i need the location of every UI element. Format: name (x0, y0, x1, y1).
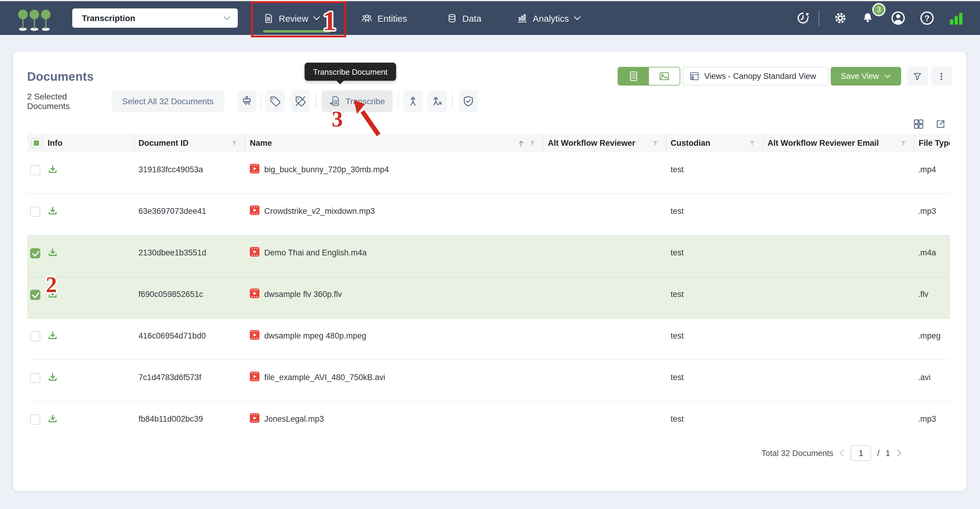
chevron-right-icon (896, 449, 902, 457)
untag-button[interactable] (291, 90, 310, 112)
tab-review[interactable]: Review (263, 1, 320, 35)
filter-button[interactable] (907, 67, 928, 86)
question-mark-icon: ? (919, 10, 935, 26)
table-row[interactable]: 63e3697073dee41 Crowdstrike_v2_mixdown.m… (27, 194, 950, 236)
document-name-cell: dwsample mpeg 480p.mpeg (246, 319, 544, 360)
profile-button[interactable] (890, 1, 906, 35)
document-name-link[interactable]: big_buck_bunny_720p_30mb.mp4 (264, 165, 389, 174)
table-row[interactable]: 7c1d4783d6f573f file_example_AVI_480_750… (27, 360, 950, 402)
file-type: .flv (915, 277, 950, 318)
document-name-link[interactable]: Demo Thai and English.m4a (264, 248, 367, 257)
status-signal-button[interactable] (949, 1, 964, 35)
download-icon[interactable] (47, 372, 58, 383)
document-name-cell: Crowdstrike_v2_mixdown.mp3 (246, 194, 544, 235)
document-name-link[interactable]: Crowdstrike_v2_mixdown.mp3 (264, 207, 375, 215)
project-selector[interactable]: Transcription (72, 8, 238, 28)
alt-workflow-reviewer-email (763, 277, 915, 318)
views-icon (689, 71, 700, 81)
custodian: test (667, 277, 763, 318)
canopy-trees-icon (16, 5, 62, 32)
assignment-button[interactable] (403, 90, 423, 112)
settings-button[interactable] (833, 1, 848, 35)
select-all-button[interactable]: Select All 32 Documents (111, 90, 224, 112)
tab-data[interactable]: Data (447, 1, 481, 35)
column-header-label: Alt Workflow Reviewer (548, 139, 635, 148)
column-filter-icon[interactable] (231, 140, 238, 146)
canopy-logo (16, 5, 62, 32)
save-view-label: Save View (841, 72, 879, 81)
download-icon[interactable] (47, 164, 58, 175)
transcribe-button[interactable]: Transcribe (321, 90, 393, 112)
custodian: test (667, 194, 763, 235)
history-button[interactable] (796, 1, 810, 35)
tab-data-label: Data (462, 13, 481, 23)
alt-workflow-reviewer-email (763, 319, 915, 360)
column-layout-button[interactable] (913, 118, 924, 130)
row-checkbox[interactable] (30, 373, 40, 383)
tag-button[interactable] (266, 90, 285, 112)
table-row[interactable]: fb84b11d002bc39 JonesLegal.mp3 test .mp3 (27, 402, 950, 444)
column-filter-icon[interactable] (749, 140, 756, 146)
views-dropdown[interactable]: Views - Canopy Standard View (682, 67, 828, 86)
clock-history-icon (796, 11, 810, 25)
more-options-button[interactable] (931, 67, 952, 86)
media-file-icon (250, 330, 259, 340)
row-info-cell (43, 360, 134, 401)
alt-workflow-reviewer (544, 402, 667, 444)
save-view-button[interactable]: Save View (831, 67, 901, 86)
row-checkbox[interactable] (30, 331, 40, 341)
alt-workflow-reviewer (544, 194, 667, 235)
column-header-label: Document ID (138, 139, 189, 148)
column-filter-icon[interactable] (529, 140, 536, 146)
views-dropdown-value: Views - Canopy Standard View (704, 72, 816, 81)
document-name-cell: file_example_AVI_480_750kB.avi (246, 360, 544, 401)
transcribe-tooltip: Transcribe Document (305, 63, 396, 81)
column-header-label: Alt Workflow Reviewer Email (767, 139, 879, 148)
document-name-link[interactable]: dwsample mpeg 480p.mpeg (264, 331, 366, 340)
media-file-icon (250, 372, 259, 381)
table-row[interactable]: 416c06954d71bd0 dwsample mpeg 480p.mpeg … (27, 319, 950, 360)
document-name-link[interactable]: JonesLegal.mp3 (264, 415, 324, 423)
export-button[interactable] (934, 118, 946, 130)
document-name-cell: Demo Thai and English.m4a (246, 236, 544, 276)
alt-workflow-reviewer-email (763, 194, 915, 235)
image-view-toggle[interactable] (649, 67, 679, 85)
current-page-input[interactable]: 1 (851, 445, 871, 461)
document-name-link[interactable]: file_example_AVI_480_750kB.avi (264, 373, 385, 382)
active-tab-underline (263, 30, 331, 32)
table-row[interactable]: 319183fcc49053a big_buck_bunny_720p_30mb… (27, 152, 950, 194)
tab-analytics[interactable]: Analytics (517, 1, 581, 35)
row-select-cell (27, 236, 43, 276)
next-page-button[interactable] (896, 449, 902, 457)
download-icon[interactable] (47, 330, 58, 341)
row-checkbox[interactable] (30, 415, 40, 424)
pagination: Total 32 Documents 1 / 1 (762, 444, 902, 462)
download-icon[interactable] (47, 289, 58, 300)
filter-funnel-icon (912, 71, 923, 81)
toolbar-divider (452, 93, 453, 109)
download-icon[interactable] (47, 247, 58, 258)
row-checkbox[interactable] (30, 248, 40, 258)
sort-ascending-icon[interactable] (517, 139, 525, 147)
tab-entities[interactable]: Entities (361, 1, 407, 35)
notification-count-badge: 3 (872, 3, 886, 16)
table-row[interactable]: 2130dbee1b3551d Demo Thai and English.m4… (27, 236, 950, 277)
download-icon[interactable] (47, 413, 58, 424)
download-icon[interactable] (47, 206, 58, 217)
select-all-checkbox[interactable] (31, 138, 41, 148)
brush-button[interactable] (237, 90, 256, 112)
previous-page-button[interactable] (840, 449, 845, 457)
row-checkbox[interactable] (30, 165, 40, 175)
verify-button[interactable] (459, 90, 478, 112)
column-filter-icon[interactable] (900, 140, 907, 146)
pagination-separator: / (877, 448, 880, 458)
alt-workflow-reviewer-email (763, 236, 915, 276)
row-checkbox[interactable] (30, 290, 40, 300)
row-checkbox[interactable] (30, 207, 40, 217)
help-button[interactable]: ? (919, 1, 935, 35)
remove-assignment-button[interactable] (427, 90, 447, 112)
column-filter-icon[interactable] (652, 140, 659, 146)
list-view-toggle[interactable] (618, 67, 649, 85)
table-row[interactable]: f690c059852651c dwsample flv 360p.flv te… (27, 277, 950, 319)
document-name-link[interactable]: dwsample flv 360p.flv (264, 290, 342, 299)
